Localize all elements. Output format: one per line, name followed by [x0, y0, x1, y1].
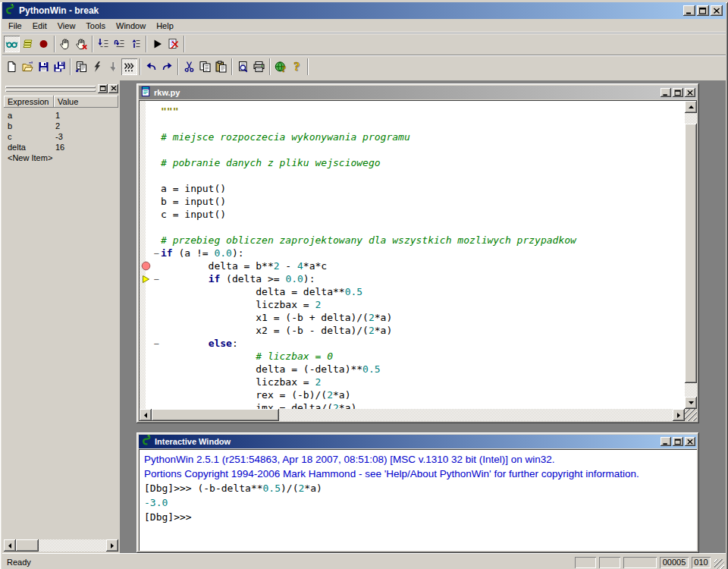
- step-over-button[interactable]: [111, 36, 127, 52]
- undo-button[interactable]: [143, 58, 159, 75]
- help-button[interactable]: ??: [289, 58, 305, 75]
- code-area[interactable]: """# miejsce rozpoczecia wykonywania pro…: [140, 101, 685, 409]
- code-line[interactable]: rex = (-b)/(2*a): [140, 388, 685, 401]
- menu-view[interactable]: View: [52, 20, 81, 32]
- scroll-thumb[interactable]: [152, 409, 279, 421]
- breakpoint-button[interactable]: [36, 36, 52, 52]
- copy-button[interactable]: [197, 58, 213, 75]
- cut-button[interactable]: [181, 58, 197, 75]
- code-line[interactable]: [140, 143, 685, 156]
- code-line[interactable]: x1 = (-b + delta)/(2*a): [140, 311, 685, 324]
- breakpoint-margin[interactable]: [140, 285, 152, 298]
- menu-edit[interactable]: Edit: [27, 20, 52, 32]
- code-line[interactable]: b = input(): [140, 195, 685, 208]
- maximize-button[interactable]: [673, 88, 683, 97]
- breakpoint-margin[interactable]: [140, 208, 152, 221]
- end-debug-button[interactable]: [165, 36, 181, 52]
- close-button[interactable]: [108, 84, 118, 93]
- main-titlebar[interactable]: PythonWin - break: [2, 2, 726, 19]
- close-button[interactable]: [711, 5, 723, 16]
- code-line[interactable]: [140, 118, 685, 130]
- close-button[interactable]: [685, 88, 695, 97]
- breakpoint-margin[interactable]: [140, 182, 152, 195]
- breakpoint-margin[interactable]: [140, 118, 152, 130]
- redo-button[interactable]: [159, 58, 175, 75]
- fold-marker[interactable]: −: [152, 274, 161, 284]
- go-button[interactable]: [149, 36, 165, 52]
- minimize-button[interactable]: [661, 88, 671, 97]
- breakpoint-margin[interactable]: [140, 234, 152, 247]
- print-preview-button[interactable]: [235, 58, 251, 75]
- menu-file[interactable]: File: [3, 20, 27, 32]
- interactive-window-button[interactable]: [121, 58, 137, 75]
- run-script-button[interactable]: [89, 58, 105, 75]
- breakpoint-margin[interactable]: [140, 221, 152, 234]
- menu-help[interactable]: Help: [151, 20, 179, 32]
- code-line[interactable]: imx = delta/(2*a): [140, 401, 685, 409]
- watch-row[interactable]: c-3: [4, 131, 118, 142]
- code-line[interactable]: [140, 169, 685, 182]
- editor-titlebar[interactable]: rkw.py: [139, 86, 697, 99]
- web-help-button[interactable]: ?: [273, 58, 289, 75]
- interactive-output[interactable]: PythonWin 2.5.1 (r251:54863, Apr 18 2007…: [139, 449, 697, 551]
- code-line[interactable]: a = input(): [140, 182, 685, 195]
- maximize-button[interactable]: [673, 437, 683, 446]
- print-button[interactable]: [251, 58, 267, 75]
- scroll-up-button[interactable]: [685, 101, 697, 113]
- breakpoint-margin[interactable]: [140, 105, 152, 118]
- breakpoint-margin[interactable]: [140, 130, 152, 143]
- code-line[interactable]: [140, 221, 685, 234]
- code-line[interactable]: # pobranie danych z pliku wejsciowego: [140, 156, 685, 169]
- breakpoint-margin[interactable]: [140, 311, 152, 324]
- scroll-track[interactable]: [685, 113, 697, 124]
- code-line[interactable]: # przebieg obliczen zaprojektowany dla w…: [140, 234, 685, 247]
- breakpoint-margin[interactable]: [140, 337, 152, 350]
- code-line[interactable]: # liczbax = 0: [140, 350, 685, 363]
- call-stack-button[interactable]: [20, 36, 36, 52]
- scroll-thumb[interactable]: [16, 539, 39, 552]
- code-line[interactable]: liczbax = 2: [140, 298, 685, 311]
- scroll-track[interactable]: [39, 539, 106, 552]
- watch-row[interactable]: b2: [4, 121, 118, 131]
- scroll-left-button[interactable]: [4, 539, 16, 552]
- breakpoint-margin[interactable]: [140, 324, 152, 337]
- scroll-track[interactable]: [685, 383, 697, 397]
- maximize-button[interactable]: [697, 5, 709, 16]
- code-line[interactable]: −if (a != 0.0):: [140, 247, 685, 259]
- code-line[interactable]: delta = (-delta)**0.5: [140, 363, 685, 376]
- scroll-thumb[interactable]: [685, 124, 697, 383]
- maximize-button[interactable]: [98, 84, 108, 93]
- scroll-down-button[interactable]: [685, 397, 697, 409]
- watch-column-expression[interactable]: Expression: [4, 96, 54, 108]
- code-line[interactable]: − else:: [140, 337, 685, 350]
- fold-marker[interactable]: −: [152, 248, 161, 259]
- minimize-button[interactable]: [661, 437, 671, 446]
- import-module-button[interactable]: [105, 58, 121, 75]
- menu-tools[interactable]: Tools: [80, 20, 111, 32]
- step-into-button[interactable]: [96, 36, 111, 52]
- save-button[interactable]: [36, 58, 52, 75]
- step-out-button[interactable]: [127, 36, 143, 52]
- open-file-button[interactable]: [20, 58, 36, 75]
- breakpoint-margin[interactable]: [140, 350, 152, 363]
- code-line[interactable]: x2 = (-b - delta)/(2*a): [140, 324, 685, 337]
- scroll-left-button[interactable]: [140, 409, 152, 421]
- code-line[interactable]: − if (delta >= 0.0):: [140, 272, 685, 285]
- watch-column-value[interactable]: Value: [54, 96, 118, 108]
- fold-marker[interactable]: −: [152, 338, 161, 349]
- watch-button[interactable]: [4, 36, 20, 52]
- check-module-button[interactable]: [74, 58, 89, 75]
- resize-grip[interactable]: [714, 559, 724, 569]
- hand-clear-button[interactable]: [74, 36, 89, 52]
- watch-row[interactable]: a1: [4, 110, 118, 121]
- breakpoint-margin[interactable]: [140, 298, 152, 311]
- breakpoint-marker[interactable]: [140, 259, 152, 272]
- breakpoint-margin[interactable]: [140, 376, 152, 388]
- current-line-arrow[interactable]: [140, 272, 152, 285]
- hand-button[interactable]: [58, 36, 74, 52]
- new-file-button[interactable]: [4, 58, 20, 75]
- breakpoint-margin[interactable]: [140, 401, 152, 409]
- watch-row[interactable]: delta16: [4, 142, 118, 152]
- paste-button[interactable]: [213, 58, 229, 75]
- breakpoint-margin[interactable]: [140, 388, 152, 401]
